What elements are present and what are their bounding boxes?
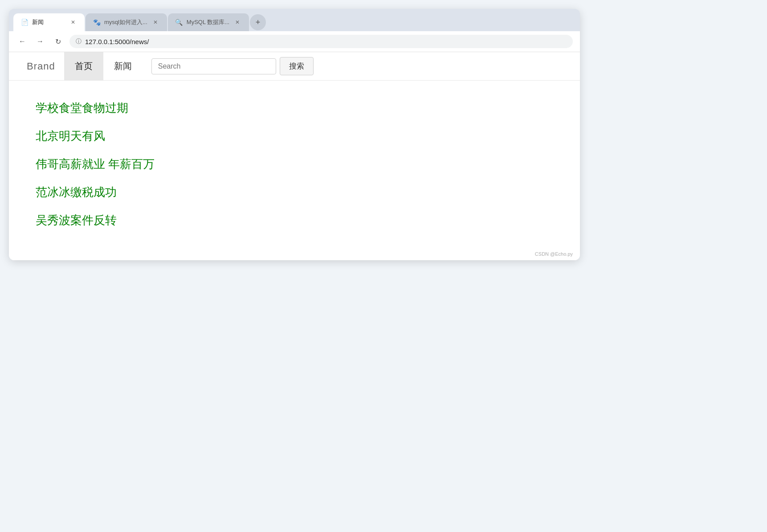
watermark: CSDN @Echo.py <box>9 248 580 260</box>
page-content: Brand 首页 新闻 搜索 学校食堂食物过期 北京明天有风 <box>9 52 580 260</box>
tab-news-title: 新闻 <box>32 18 65 26</box>
navbar-brand[interactable]: Brand <box>18 52 64 80</box>
tab-news[interactable]: 📄 新闻 ✕ <box>13 13 85 31</box>
back-button[interactable]: ← <box>16 35 29 48</box>
search-input[interactable] <box>151 58 276 74</box>
forward-button[interactable]: → <box>34 35 46 48</box>
nav-item-news: 新闻 <box>103 52 143 80</box>
news-link-2[interactable]: 北京明天有风 <box>36 129 105 143</box>
news-link-3[interactable]: 伟哥高薪就业 年薪百万 <box>36 157 155 171</box>
browser-window: 📄 新闻 ✕ 🐾 mysql如何进入... ✕ 🔍 MySQL 数据库... ✕… <box>9 9 580 260</box>
navbar-search: 搜索 <box>151 52 314 80</box>
navbar: Brand 首页 新闻 搜索 <box>9 52 580 81</box>
tab-mysql2-icon: 🔍 <box>175 18 183 26</box>
tab-mysql2[interactable]: 🔍 MySQL 数据库... ✕ <box>168 13 249 31</box>
search-button[interactable]: 搜索 <box>280 57 314 75</box>
news-list: 学校食堂食物过期 北京明天有风 伟哥高薪就业 年薪百万 范冰冰缴税成功 吴秀波案… <box>9 81 580 248</box>
tab-mysql2-close[interactable]: ✕ <box>233 18 242 27</box>
address-bar: ← → ↻ ⓘ 127.0.0.1:5000/news/ <box>9 31 580 52</box>
nav-link-home[interactable]: 首页 <box>64 52 103 80</box>
list-item: 吴秀波案件反转 <box>36 206 553 234</box>
list-item: 北京明天有风 <box>36 122 553 150</box>
url-text: 127.0.0.1:5000/news/ <box>85 38 149 45</box>
url-bar[interactable]: ⓘ 127.0.0.1:5000/news/ <box>69 35 573 48</box>
news-link-1[interactable]: 学校食堂食物过期 <box>36 101 128 115</box>
tab-mysql1-close[interactable]: ✕ <box>151 18 160 27</box>
nav-link-news[interactable]: 新闻 <box>103 52 143 80</box>
tab-mysql1-title: mysql如何进入... <box>104 18 147 26</box>
tab-mysql2-title: MySQL 数据库... <box>187 18 229 26</box>
reload-button[interactable]: ↻ <box>52 35 64 48</box>
tab-news-icon: 📄 <box>20 18 29 26</box>
list-item: 学校食堂食物过期 <box>36 94 553 122</box>
list-item: 范冰冰缴税成功 <box>36 178 553 206</box>
tab-mysql1[interactable]: 🐾 mysql如何进入... ✕ <box>86 13 167 31</box>
tab-mysql1-icon: 🐾 <box>93 18 101 26</box>
tab-bar: 📄 新闻 ✕ 🐾 mysql如何进入... ✕ 🔍 MySQL 数据库... ✕… <box>9 9 580 31</box>
new-tab-button[interactable]: + <box>250 14 266 30</box>
news-link-4[interactable]: 范冰冰缴税成功 <box>36 185 117 199</box>
nav-item-home: 首页 <box>64 52 103 80</box>
list-item: 伟哥高薪就业 年薪百万 <box>36 150 553 178</box>
news-link-5[interactable]: 吴秀波案件反转 <box>36 213 117 227</box>
navbar-nav: 首页 新闻 <box>64 52 143 80</box>
security-icon: ⓘ <box>76 37 82 45</box>
tab-news-close[interactable]: ✕ <box>69 18 78 27</box>
